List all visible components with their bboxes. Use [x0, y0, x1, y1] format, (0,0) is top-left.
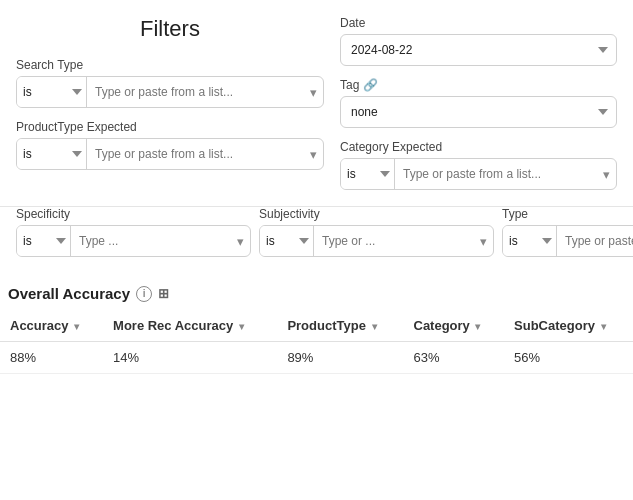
date-select[interactable]: 2024-08-22 2024-08-21 2024-08-20 [341, 43, 616, 57]
search-type-caret-icon: ▾ [310, 77, 323, 107]
search-type-operator[interactable]: is is not contains [17, 77, 87, 107]
cell-sub-category: 56% [504, 342, 633, 374]
search-type-group: Search Type is is not contains ▾ [16, 58, 324, 108]
filters-left-panel: Filters Search Type is is not contains ▾… [16, 16, 324, 190]
tag-link-icon: 🔗 [363, 78, 378, 92]
search-type-value-input[interactable] [87, 77, 310, 107]
subjectivity-group: Subjectivity is is not ▾ [259, 207, 494, 257]
specificity-label: Specificity [16, 207, 251, 221]
product-type-expected-input-row: is is not contains ▾ [16, 138, 324, 170]
cell-more-rec-accuracy: 14% [103, 342, 277, 374]
three-col-filter-row: Specificity is is not ▾ Subjectivity is … [0, 207, 633, 273]
product-type-expected-caret-icon: ▾ [310, 139, 323, 169]
cell-product-type: 89% [277, 342, 403, 374]
category-expected-value-input[interactable] [395, 159, 603, 189]
specificity-input-row: is is not ▾ [16, 225, 251, 257]
product-type-expected-group: ProductType Expected is is not contains … [16, 120, 324, 170]
col-category-sort-icon: ▾ [475, 321, 480, 332]
col-more-rec-accuracy-label: More Rec Accuracy [113, 318, 233, 333]
cell-category: 63% [404, 342, 505, 374]
accuracy-table: Accuracy ▾ More Rec Accuracy ▾ ProductTy… [0, 310, 633, 374]
subjectivity-input-row: is is not ▾ [259, 225, 494, 257]
subjectivity-operator[interactable]: is is not [260, 226, 314, 256]
accuracy-filter-icon[interactable]: ⊞ [158, 286, 169, 301]
accuracy-title: Overall Accuracy [8, 285, 130, 302]
tag-group: Tag 🔗 none tag1 tag2 [340, 78, 617, 128]
specificity-operator[interactable]: is is not [17, 226, 71, 256]
date-group: Date 2024-08-22 2024-08-21 2024-08-20 [340, 16, 617, 66]
type-input-row: is is not ▾ [502, 225, 633, 257]
col-more-rec-accuracy-sort-icon: ▾ [239, 321, 244, 332]
subjectivity-value-input[interactable] [314, 226, 480, 256]
table-row: 88% 14% 89% 63% 56% [0, 342, 633, 374]
specificity-value-input[interactable] [71, 226, 237, 256]
date-select-wrapper: 2024-08-22 2024-08-21 2024-08-20 [340, 34, 617, 66]
subjectivity-label: Subjectivity [259, 207, 494, 221]
filters-right-panel: Date 2024-08-22 2024-08-21 2024-08-20 Ta… [340, 16, 617, 190]
type-group: Type is is not ▾ [502, 207, 633, 257]
col-accuracy[interactable]: Accuracy ▾ [0, 310, 103, 342]
type-value-input[interactable] [557, 226, 633, 256]
product-type-expected-value-input[interactable] [87, 139, 310, 169]
type-operator[interactable]: is is not [503, 226, 557, 256]
col-category[interactable]: Category ▾ [404, 310, 505, 342]
type-label: Type [502, 207, 633, 221]
accuracy-section: Overall Accuracy i ⊞ Accuracy ▾ More Rec… [0, 273, 633, 500]
tag-label-row: Tag 🔗 [340, 78, 617, 92]
accuracy-table-wrapper: Accuracy ▾ More Rec Accuracy ▾ ProductTy… [0, 310, 633, 500]
product-type-expected-operator[interactable]: is is not contains [17, 139, 87, 169]
col-accuracy-sort-icon: ▾ [74, 321, 79, 332]
col-more-rec-accuracy[interactable]: More Rec Accuracy ▾ [103, 310, 277, 342]
col-category-label: Category [414, 318, 470, 333]
category-expected-label: Category Expected [340, 140, 617, 154]
accuracy-info-icon[interactable]: i [136, 286, 152, 302]
search-type-input-row: is is not contains ▾ [16, 76, 324, 108]
category-expected-input-row: is is not ▾ [340, 158, 617, 190]
date-label: Date [340, 16, 617, 30]
filters-section: Filters Search Type is is not contains ▾… [0, 0, 633, 207]
main-container: Filters Search Type is is not contains ▾… [0, 0, 633, 500]
filters-title: Filters [140, 16, 200, 42]
cell-accuracy: 88% [0, 342, 103, 374]
accuracy-header: Overall Accuracy i ⊞ [0, 273, 633, 310]
category-expected-group: Category Expected is is not ▾ [340, 140, 617, 190]
tag-select[interactable]: none tag1 tag2 [341, 105, 616, 119]
col-product-type-label: ProductType [287, 318, 366, 333]
specificity-group: Specificity is is not ▾ [16, 207, 251, 257]
product-type-expected-label: ProductType Expected [16, 120, 324, 134]
col-accuracy-label: Accuracy [10, 318, 69, 333]
subjectivity-caret-icon: ▾ [480, 226, 493, 256]
col-subcategory-label: SubCategory [514, 318, 595, 333]
col-product-type-sort-icon: ▾ [372, 321, 377, 332]
col-subcategory[interactable]: SubCategory ▾ [504, 310, 633, 342]
tag-select-wrapper: none tag1 tag2 [340, 96, 617, 128]
table-header-row: Accuracy ▾ More Rec Accuracy ▾ ProductTy… [0, 310, 633, 342]
col-subcategory-sort-icon: ▾ [601, 321, 606, 332]
search-type-label: Search Type [16, 58, 324, 72]
specificity-caret-icon: ▾ [237, 226, 250, 256]
tag-label: Tag [340, 78, 359, 92]
category-expected-caret-icon: ▾ [603, 159, 616, 189]
category-expected-operator[interactable]: is is not [341, 159, 395, 189]
col-product-type[interactable]: ProductType ▾ [277, 310, 403, 342]
